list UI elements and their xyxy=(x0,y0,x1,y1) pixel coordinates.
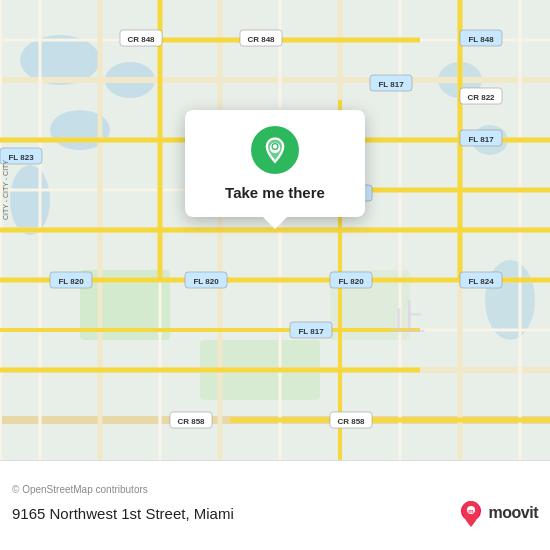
svg-text:FL 824: FL 824 xyxy=(468,277,494,286)
svg-point-75 xyxy=(273,144,278,149)
address-text: 9165 Northwest 1st Street, Miami xyxy=(12,505,234,522)
marker-icon xyxy=(251,126,299,174)
svg-text:m: m xyxy=(468,508,473,514)
map-svg: CR 848 CR 848 FL 848 FL 817 FL 817 FL 81… xyxy=(0,0,550,460)
svg-text:CR 858: CR 858 xyxy=(337,417,365,426)
svg-text:FL 817: FL 817 xyxy=(468,135,494,144)
svg-text:CR 858: CR 858 xyxy=(177,417,205,426)
map-view[interactable]: CR 848 CR 848 FL 848 FL 817 FL 817 FL 81… xyxy=(0,0,550,460)
svg-text:FL 817: FL 817 xyxy=(298,327,324,336)
moovit-icon: m xyxy=(457,499,485,527)
svg-text:FL 823: FL 823 xyxy=(8,153,34,162)
map-attribution: © OpenStreetMap contributors xyxy=(12,484,538,495)
svg-text:止: 止 xyxy=(390,297,426,338)
svg-text:FL 820: FL 820 xyxy=(58,277,84,286)
address-row: 9165 Northwest 1st Street, Miami m moovi… xyxy=(12,499,538,527)
svg-text:CR 822: CR 822 xyxy=(467,93,495,102)
svg-text:FL 820: FL 820 xyxy=(193,277,219,286)
svg-text:CR 848: CR 848 xyxy=(127,35,155,44)
svg-text:FL 817: FL 817 xyxy=(378,80,404,89)
location-popup: Take me there xyxy=(185,110,365,217)
svg-point-4 xyxy=(10,165,50,235)
svg-text:CITY - CITY - CITY: CITY - CITY - CITY xyxy=(2,160,9,220)
take-me-there-button[interactable]: Take me there xyxy=(225,184,325,201)
svg-text:FL 820: FL 820 xyxy=(338,277,364,286)
moovit-label: moovit xyxy=(489,504,538,522)
svg-text:CR 848: CR 848 xyxy=(247,35,275,44)
moovit-logo: m moovit xyxy=(457,499,538,527)
bottom-bar: © OpenStreetMap contributors 9165 Northw… xyxy=(0,460,550,550)
svg-text:FL 848: FL 848 xyxy=(468,35,494,44)
